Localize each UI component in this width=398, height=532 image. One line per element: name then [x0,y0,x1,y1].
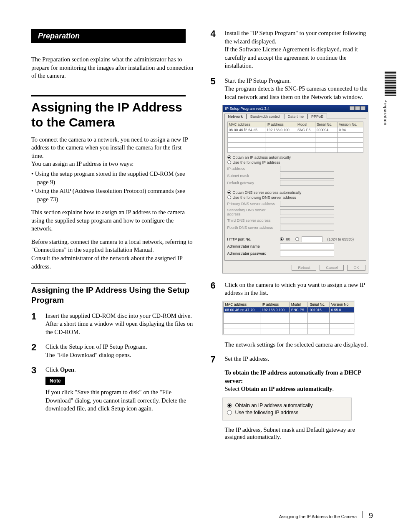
col-version: Version No. [329,301,354,307]
step-text: Install the "IP Setup Program" to your c… [225,29,373,46]
list-item: Using the ARP (Address Resolution Protoc… [37,187,194,203]
label-ip-address: IP address [227,167,277,171]
step-number: 3 [31,366,40,375]
tab-bandwidth[interactable]: Bandwidth control [247,114,284,119]
step-text: The network settings for the selected ca… [225,341,373,348]
dns4-field[interactable] [280,225,334,231]
footer-title: Assigning the IP Address to the Camera [279,514,357,519]
body-text: Consult the administrator of the network… [31,254,194,271]
table-row[interactable] [227,132,363,137]
radio-use-following-ip[interactable] [227,160,231,164]
table-row[interactable] [227,137,363,142]
table-row[interactable] [223,329,354,334]
col-ip: IP address [265,122,296,127]
col-mac: MAC address [223,301,260,307]
step-text: Select Obtain an IP address automaticall… [225,385,373,393]
admin-name-field[interactable] [280,243,334,249]
figure-camera-list: MAC address IP address Model Serial No. … [222,301,355,335]
radio-obtain-ip-auto[interactable] [227,155,231,159]
col-ip: IP address [260,301,289,307]
label-dns4: Fourth DNS server address [227,225,277,230]
label-http-port: HTTP port No. [227,237,277,241]
table-row[interactable] [223,318,354,323]
cancel-button[interactable]: Cancel [320,265,344,271]
window-tabs: Network Bandwidth control Date time PPPo… [223,112,368,119]
step-1: 1 Insert the supplied CD-ROM disc into y… [31,312,194,337]
step-5: 5 Start the IP Setup Program. The progra… [211,77,373,101]
side-tab: Preparation [383,71,398,125]
ip-field[interactable] [280,166,334,172]
step-text: Click on the camera to which you want to… [225,281,373,297]
bullet-list: Using the setup program stored in the su… [31,170,194,203]
radio-label: Use the following IP address [233,160,280,165]
maximize-icon[interactable] [355,106,360,110]
body-text: You can assign an IP address in two ways… [31,160,194,168]
http-default-value: 80 [286,237,290,241]
page-number: 9 [369,512,373,520]
reboot-button[interactable]: Reboot [292,265,316,271]
step-text: The "File Download" dialog opens. [45,351,194,360]
figure-dhcp-radios: Obtain an IP address automatically Use t… [222,398,352,421]
table-row[interactable] [223,323,354,329]
side-tab-label: Preparation [383,99,388,125]
radio-obtain-ip-auto[interactable] [227,403,232,408]
list-item: Using the setup program stored in the su… [37,170,194,186]
tab-network[interactable]: Network [224,114,247,119]
page-footer: Assigning the IP Address to the Camera 9 [279,511,373,520]
radio-use-following-ip[interactable] [227,410,232,415]
label-dns2: Secondary DNS server address [227,208,277,216]
step-number: 7 [211,355,219,364]
subnet-field[interactable] [280,173,334,179]
http-range-hint: (1024 to 65535) [327,237,354,241]
note-badge: Note [45,377,65,385]
radio-http-default[interactable] [280,237,284,241]
radio-label: Obtain DNS server address automatically [233,190,302,195]
section-banner: Preparation [31,29,186,43]
step-number: 6 [211,281,219,290]
body-text: To connect the camera to a network, you … [31,136,194,160]
dns1-field[interactable] [280,201,334,207]
col-model: Model [296,122,315,127]
radio-label: Use the following DNS server address [233,195,296,200]
table-row[interactable] [227,147,363,152]
step-text: After a short time a window will open di… [45,320,194,336]
table-row[interactable]: 08-00-46-f2-64-d5 192.168.0.100 SNC-P5 0… [227,127,363,132]
ok-button[interactable]: OK [347,265,365,271]
camera-table[interactable]: MAC address IP address Model Serial No. … [227,122,363,153]
right-column: 4 Install the "IP Setup Program" to your… [211,29,373,441]
window-controls [349,106,365,111]
page-title: Assigning the IP Address to the Camera [31,100,194,130]
table-row[interactable] [227,142,363,147]
dns2-field[interactable] [280,209,334,215]
radio-obtain-dns-auto[interactable] [227,190,231,194]
label-admin-pass: Administrator password [227,251,277,256]
table-row[interactable] [223,312,354,318]
figure-ip-setup-window: IP Setup Program ver1.3.4 Network Bandwi… [222,105,368,274]
radio-use-following-dns[interactable] [227,195,231,199]
step-text: The program detects the SNC-P5 cameras c… [225,85,373,101]
close-icon[interactable] [360,106,365,110]
window-title: IP Setup Program ver1.3.4 [225,106,270,111]
step-7: 7 Set the IP address. To obtain the IP a… [211,355,373,393]
minimize-icon[interactable] [350,106,355,110]
tab-datetime[interactable]: Date time [284,114,308,119]
tab-pppoe[interactable]: PPPoE [307,114,327,119]
rule-thin [31,283,186,284]
camera-table-selected[interactable]: MAC address IP address Model Serial No. … [223,301,354,334]
col-serial: Serial No. [308,301,329,307]
step-text: Start the IP Setup Program. [225,77,373,85]
table-row[interactable]: 08-00-46-ec-47-70 192.168.0.100 SNC-P5 0… [223,307,354,312]
step-subheading: To obtain the IP address automatically f… [225,369,373,385]
step-number: 2 [31,343,40,352]
dns3-field[interactable] [280,218,334,223]
admin-pass-field[interactable] [280,251,334,256]
gateway-field[interactable] [280,180,334,186]
col-mac: MAC address [227,122,265,127]
note-text: If you click "Save this program to disk"… [45,388,194,413]
http-port-field[interactable] [302,236,322,242]
step-4: 4 Install the "IP Setup Program" to your… [211,29,373,70]
step-text: The IP address, Subnet mask and Default … [225,426,373,441]
radio-http-custom[interactable] [295,237,299,241]
barcode-icon [385,71,396,96]
col-version: Version No. [338,122,363,127]
